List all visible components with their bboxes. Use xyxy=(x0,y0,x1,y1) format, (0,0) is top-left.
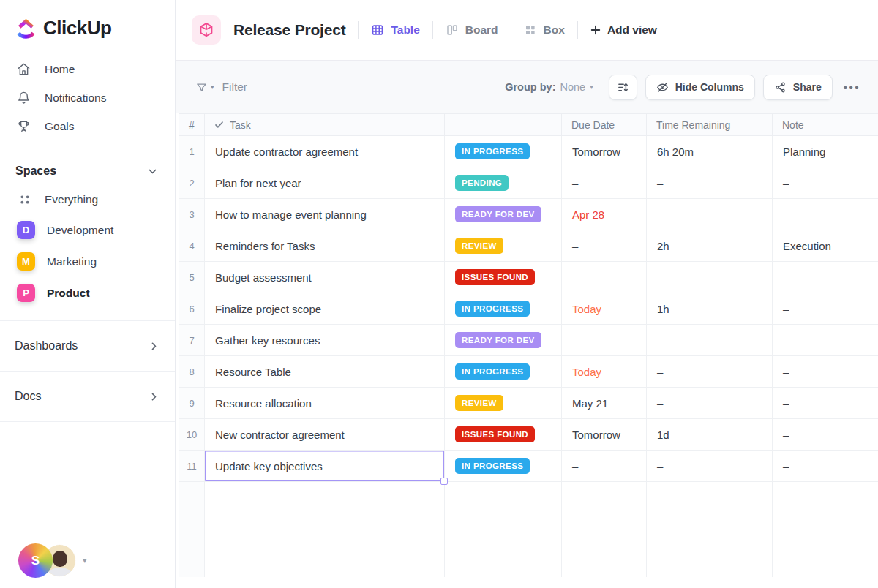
due-date-cell[interactable]: May 21 xyxy=(562,388,647,418)
status-badge[interactable]: IN PROGRESS xyxy=(455,301,530,317)
status-cell[interactable]: PENDING xyxy=(445,167,562,198)
sidebar-item-notifications[interactable]: Notifications xyxy=(0,83,175,112)
due-date-cell[interactable]: – xyxy=(562,230,647,261)
status-badge[interactable]: REVIEW xyxy=(455,238,503,254)
column-header-time-remaining[interactable]: Time Remaining xyxy=(647,114,773,135)
time-remaining-cell[interactable]: – xyxy=(647,388,773,418)
hide-columns-button[interactable]: Hide Columns xyxy=(645,75,755,100)
note-cell[interactable]: – xyxy=(773,325,878,355)
task-cell[interactable]: Plan for next year xyxy=(205,167,445,198)
sort-rows-button[interactable] xyxy=(609,75,637,100)
tab-table[interactable]: Table xyxy=(371,23,419,37)
user-menu[interactable]: S ▾ xyxy=(18,543,87,578)
status-badge[interactable]: READY FOR DEV xyxy=(455,332,541,348)
status-badge[interactable]: IN PROGRESS xyxy=(455,143,530,159)
table-row[interactable]: 7Gather key resourcesREADY FOR DEV––– xyxy=(179,325,878,356)
table-row[interactable]: 5Budget assessmentISSUES FOUND––– xyxy=(179,262,878,293)
table-row[interactable]: 3How to manage event planningREADY FOR D… xyxy=(179,199,878,230)
due-date-cell[interactable]: Apr 28 xyxy=(562,199,647,230)
time-remaining-cell[interactable]: – xyxy=(647,167,773,198)
time-remaining-cell[interactable]: 6h 20m xyxy=(647,136,773,167)
status-badge[interactable]: IN PROGRESS xyxy=(455,363,530,380)
time-remaining-cell[interactable]: 1d xyxy=(647,419,773,450)
status-cell[interactable]: ISSUES FOUND xyxy=(445,419,562,450)
task-cell[interactable]: Budget assessment xyxy=(205,262,445,293)
status-cell[interactable]: READY FOR DEV xyxy=(445,325,562,355)
column-header-number[interactable]: # xyxy=(179,114,205,135)
sidebar-item-home[interactable]: Home xyxy=(0,55,175,83)
tab-box[interactable]: Box xyxy=(524,23,565,37)
task-cell[interactable]: Reminders for Tasks xyxy=(205,230,445,261)
status-badge[interactable]: ISSUES FOUND xyxy=(455,426,535,442)
task-cell[interactable]: Update key objectives xyxy=(205,451,445,481)
sidebar-item-space-development[interactable]: DDevelopment xyxy=(0,214,175,246)
workspace-avatar[interactable]: S xyxy=(18,543,53,578)
status-badge[interactable]: READY FOR DEV xyxy=(455,206,541,222)
group-by-dropdown[interactable]: Group by: None ▾ xyxy=(505,81,593,93)
sidebar-item-space-marketing[interactable]: MMarketing xyxy=(0,246,175,277)
status-badge[interactable]: REVIEW xyxy=(455,395,503,411)
status-cell[interactable]: IN PROGRESS xyxy=(445,451,562,481)
table-row[interactable]: 4Reminders for TasksREVIEW–2hExecution xyxy=(179,230,878,262)
time-remaining-cell[interactable]: 2h xyxy=(647,230,773,261)
task-cell[interactable]: Resource allocation xyxy=(205,388,445,418)
note-cell[interactable]: – xyxy=(773,356,878,387)
status-badge[interactable]: IN PROGRESS xyxy=(455,458,530,474)
chevron-down-icon[interactable] xyxy=(148,167,157,176)
table-row[interactable]: 10New contractor agreementISSUES FOUNDTo… xyxy=(179,419,878,451)
task-cell[interactable]: Gather key resources xyxy=(205,325,445,355)
status-cell[interactable]: IN PROGRESS xyxy=(445,356,562,387)
task-cell[interactable]: Update contractor agreement xyxy=(205,136,445,167)
due-date-cell[interactable]: – xyxy=(562,325,647,355)
note-cell[interactable]: – xyxy=(773,199,878,230)
more-options-button[interactable]: ••• xyxy=(844,81,860,94)
status-cell[interactable]: READY FOR DEV xyxy=(445,199,562,230)
time-remaining-cell[interactable]: – xyxy=(647,325,773,355)
note-cell[interactable]: – xyxy=(773,167,878,198)
clickup-logo[interactable]: ClickUp xyxy=(0,0,175,40)
time-remaining-cell[interactable]: – xyxy=(647,356,773,387)
filter-button[interactable]: ▾ Filter xyxy=(196,80,247,94)
time-remaining-cell[interactable]: 1h xyxy=(647,293,773,324)
due-date-cell[interactable]: Tomorrow xyxy=(562,419,647,450)
status-cell[interactable]: IN PROGRESS xyxy=(445,136,562,167)
status-badge[interactable]: PENDING xyxy=(455,175,509,191)
chevron-down-icon[interactable]: ▾ xyxy=(83,556,87,565)
task-cell[interactable]: Resource Table xyxy=(205,356,445,387)
column-header-status[interactable] xyxy=(445,114,562,135)
column-header-task[interactable]: Task xyxy=(205,114,445,135)
table-row[interactable]: 2Plan for next yearPENDING––– xyxy=(179,167,878,199)
sidebar-item-goals[interactable]: Goals xyxy=(0,112,175,140)
column-header-note[interactable]: Note xyxy=(773,114,878,135)
table-row[interactable]: 6Finalize project scopeIN PROGRESSToday1… xyxy=(179,293,878,325)
task-cell[interactable]: Finalize project scope xyxy=(205,293,445,324)
status-cell[interactable]: IN PROGRESS xyxy=(445,293,562,324)
due-date-cell[interactable]: – xyxy=(562,451,647,481)
sidebar-item-dashboards[interactable]: Dashboards xyxy=(0,328,175,363)
share-button[interactable]: Share xyxy=(763,75,833,100)
status-cell[interactable]: ISSUES FOUND xyxy=(445,262,562,293)
status-cell[interactable]: REVIEW xyxy=(445,230,562,261)
tab-board[interactable]: Board xyxy=(446,23,498,37)
due-date-cell[interactable]: Tomorrow xyxy=(562,136,647,167)
note-cell[interactable]: – xyxy=(773,388,878,418)
time-remaining-cell[interactable]: – xyxy=(647,262,773,293)
task-cell[interactable]: New contractor agreement xyxy=(205,419,445,450)
note-cell[interactable]: – xyxy=(773,293,878,324)
note-cell[interactable]: – xyxy=(773,262,878,293)
table-row[interactable]: 8Resource TableIN PROGRESSToday–– xyxy=(179,356,878,388)
status-cell[interactable]: REVIEW xyxy=(445,388,562,418)
table-row[interactable]: 11Update key objectivesIN PROGRESS––– xyxy=(179,451,878,482)
note-cell[interactable]: – xyxy=(773,419,878,450)
due-date-cell[interactable]: – xyxy=(562,262,647,293)
due-date-cell[interactable]: – xyxy=(562,167,647,198)
note-cell[interactable]: Planning xyxy=(773,136,878,167)
status-badge[interactable]: ISSUES FOUND xyxy=(455,269,535,285)
spaces-header[interactable]: Spaces xyxy=(0,156,175,185)
time-remaining-cell[interactable]: – xyxy=(647,451,773,481)
note-cell[interactable]: Execution xyxy=(773,230,878,261)
add-view-button[interactable]: Add view xyxy=(590,23,657,37)
task-cell[interactable]: How to manage event planning xyxy=(205,199,445,230)
sidebar-item-space-product[interactable]: PProduct xyxy=(0,277,175,309)
due-date-cell[interactable]: Today xyxy=(562,356,647,387)
